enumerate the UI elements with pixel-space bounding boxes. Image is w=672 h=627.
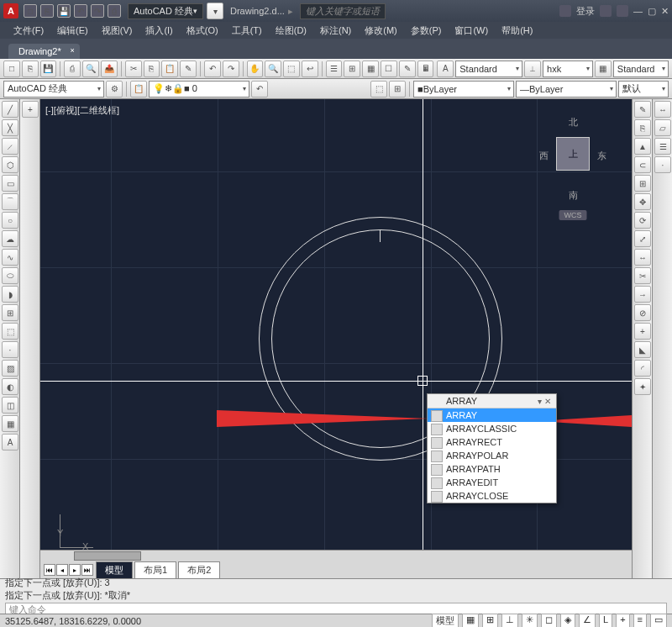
viewcube-south[interactable]: 南	[569, 189, 578, 202]
copy-icon[interactable]: ⎘	[144, 61, 160, 77]
close-button[interactable]: ✕	[661, 6, 669, 17]
mtext-icon[interactable]: A	[2, 434, 18, 450]
polygon-icon[interactable]: ⬡	[2, 156, 18, 173]
menu-file[interactable]: 文件(F)	[7, 22, 50, 39]
offset-icon[interactable]: ⊂	[634, 156, 651, 173]
gradient-icon[interactable]: ◐	[2, 378, 18, 395]
sheetset-icon[interactable]: ☐	[381, 61, 397, 77]
move-icon[interactable]: ✥	[634, 193, 651, 210]
print-icon[interactable]: ⎙	[108, 4, 121, 18]
help-icon[interactable]	[617, 5, 628, 17]
circle-icon[interactable]: ○	[2, 212, 18, 229]
status-ducs-icon[interactable]: L	[599, 614, 612, 627]
dist-icon[interactable]: ↔	[654, 101, 671, 118]
rect-icon[interactable]: ▭	[2, 175, 18, 192]
login-link[interactable]: 登录	[576, 5, 595, 18]
array2-icon[interactable]: ⊞	[634, 175, 651, 192]
command-window[interactable]: 指定下一点或 [放弃(U)]: 3 指定下一点或 [放弃(U)]: *取消* 键…	[0, 578, 672, 614]
trim-icon[interactable]: ✂	[634, 267, 651, 284]
undo-icon[interactable]: ↶	[74, 4, 87, 18]
exchange-icon[interactable]	[600, 5, 612, 17]
toolpalette-icon[interactable]: ▦	[362, 61, 379, 77]
autocomplete-item[interactable]: ARRAYRECT	[428, 435, 556, 449]
list-icon[interactable]: ☰	[654, 138, 671, 155]
gear-icon[interactable]: ⚙	[106, 81, 123, 97]
join-icon[interactable]: +	[634, 323, 651, 340]
user-icon[interactable]	[559, 5, 571, 17]
status-polar-icon[interactable]: ✳	[522, 614, 538, 627]
save-icon[interactable]: 💾	[57, 4, 71, 18]
pline-icon[interactable]: ⟋	[2, 138, 18, 155]
break-icon[interactable]: ⊘	[634, 304, 651, 321]
linetype-selector[interactable]: — ByLayer	[516, 81, 617, 97]
extend-icon[interactable]: →	[634, 286, 651, 303]
open-icon[interactable]: ⎘	[40, 4, 54, 18]
status-model-button[interactable]: 模型	[432, 614, 459, 627]
rotate-icon[interactable]: ⟳	[634, 212, 651, 229]
menu-parametric[interactable]: 参数(P)	[404, 22, 449, 39]
erase-icon[interactable]: ✎	[634, 101, 651, 118]
tab-nav-last-icon[interactable]: ⏭	[81, 564, 93, 576]
scrollbar-thumb[interactable]	[74, 551, 141, 561]
status-dyn-icon[interactable]: +	[616, 614, 629, 627]
undo-icon[interactable]: ↶	[204, 61, 221, 77]
horizontal-scrollbar[interactable]	[40, 550, 632, 561]
arc-icon[interactable]: ⌒	[2, 193, 18, 210]
status-snap-icon[interactable]: ⊞	[482, 614, 498, 627]
app-logo[interactable]: A	[3, 3, 18, 18]
dimstyle-selector[interactable]: hxk	[543, 61, 593, 77]
zoom-icon[interactable]: 🔍	[265, 61, 281, 77]
new-icon[interactable]: □	[24, 4, 37, 18]
workspace-combo[interactable]: AutoCAD 经典	[3, 81, 104, 97]
coordinates-display[interactable]: 35125.6487, 18316.6229, 0.0000	[5, 616, 141, 626]
status-grid-icon[interactable]: ▦	[462, 614, 479, 627]
status-osnap-icon[interactable]: ◻	[541, 614, 557, 627]
publish-icon[interactable]: 📤	[101, 61, 118, 77]
menu-window[interactable]: 窗口(W)	[448, 22, 495, 39]
text-a-icon[interactable]: A	[437, 61, 454, 77]
id-icon[interactable]: ·	[654, 156, 671, 173]
autocomplete-close-icon[interactable]: ▾ ✕	[538, 397, 551, 406]
ellipsearc-icon[interactable]: ◗	[2, 286, 18, 303]
chevron-right-icon[interactable]: ▸	[288, 6, 293, 17]
addsel-icon[interactable]: +	[22, 101, 39, 118]
xline-icon[interactable]: ╳	[2, 119, 18, 136]
zoom-prev-icon[interactable]: ↩	[302, 61, 318, 77]
minimize-button[interactable]: —	[633, 6, 643, 16]
document-tab[interactable]: Drawing2* ×	[8, 44, 80, 59]
mirror-icon[interactable]: ▲	[634, 138, 651, 155]
preview-icon[interactable]: 🔍	[82, 61, 99, 77]
revcloud-icon[interactable]: ☁	[2, 230, 18, 247]
designcenter-icon[interactable]: ⊞	[344, 61, 360, 77]
markup-icon[interactable]: ✎	[399, 61, 416, 77]
viewcube[interactable]: 北 南 西 东 上 WCS	[539, 116, 606, 217]
autocomplete-item[interactable]: ARRAYCLOSE	[428, 489, 556, 503]
menu-view[interactable]: 视图(V)	[95, 22, 139, 39]
tab-nav-prev-icon[interactable]: ◂	[56, 564, 68, 576]
copy2-icon[interactable]: ⎘	[634, 119, 651, 136]
ellipse-icon[interactable]: ⬭	[2, 267, 18, 284]
color-selector[interactable]: ■ ByLayer	[413, 81, 514, 97]
menu-modify[interactable]: 修改(M)	[358, 22, 404, 39]
autocomplete-item[interactable]: ARRAYPOLAR	[428, 449, 556, 462]
menu-tools[interactable]: 工具(T)	[225, 22, 269, 39]
menu-draw[interactable]: 绘图(D)	[269, 22, 313, 39]
table2-icon[interactable]: ▦	[2, 415, 18, 432]
redo-icon[interactable]: ↷	[91, 4, 104, 18]
print-icon[interactable]: ⎙	[64, 61, 81, 77]
cut-icon[interactable]: ✂	[125, 61, 142, 77]
viewcube-north[interactable]: 北	[569, 116, 578, 129]
autocomplete-item[interactable]: ARRAYCLASSIC	[428, 422, 556, 435]
explode-icon[interactable]: ✦	[634, 378, 651, 395]
save-icon[interactable]: 💾	[40, 61, 57, 77]
menu-format[interactable]: 格式(O)	[180, 22, 225, 39]
region-icon[interactable]: ◫	[2, 397, 18, 414]
tab-layout1[interactable]: 布局1	[134, 561, 176, 579]
insertblock-icon[interactable]: ⊞	[2, 304, 18, 321]
lineweight-selector[interactable]: 默认	[618, 81, 669, 97]
tab-nav-first-icon[interactable]: ⏮	[44, 564, 55, 576]
tab-model[interactable]: 模型	[96, 561, 133, 579]
viewcube-west[interactable]: 西	[539, 150, 549, 162]
drawing-canvas[interactable]: [-][俯视][二维线框] 北 南 西 东 上 WCS Y	[40, 99, 632, 578]
point-icon[interactable]: ·	[2, 341, 18, 358]
